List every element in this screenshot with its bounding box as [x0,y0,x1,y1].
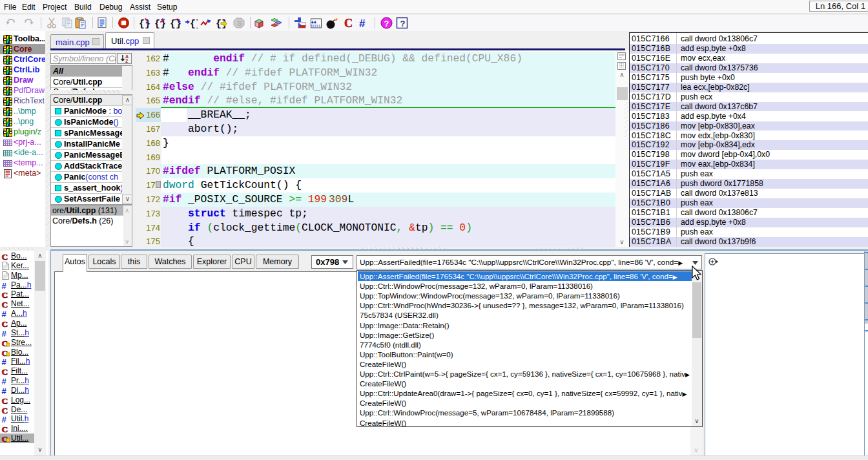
svg-text:{}: {} [154,19,166,29]
svg-text:C: C [2,406,8,414]
svg-text:?: ? [400,19,406,28]
svg-text:C: C [2,252,8,260]
svg-text:C: C [2,424,8,433]
svg-text:C: C [2,300,8,308]
svg-text:#: # [359,17,366,29]
svg-text:#: # [2,386,7,395]
svg-text:#: # [2,281,7,289]
svg-text:Z: Z [125,59,129,63]
svg-text:S: S [237,19,242,27]
svg-text:{}: {} [190,19,198,29]
svg-text:#: # [2,329,7,337]
svg-text:#: # [2,377,7,385]
svg-text:C: C [2,367,8,375]
svg-text:C: C [344,17,353,29]
svg-text:C: C [2,396,8,404]
svg-text:?: ? [384,19,389,28]
svg-text:#: # [2,309,7,318]
svg-text:#: # [2,357,7,366]
svg-text:#: # [2,415,7,423]
svg-text:{}: {} [170,19,181,29]
svg-text:C: C [2,290,8,298]
svg-text:{}: {} [139,19,150,29]
svg-text:C: C [2,319,8,328]
svg-text:A: A [125,54,129,59]
